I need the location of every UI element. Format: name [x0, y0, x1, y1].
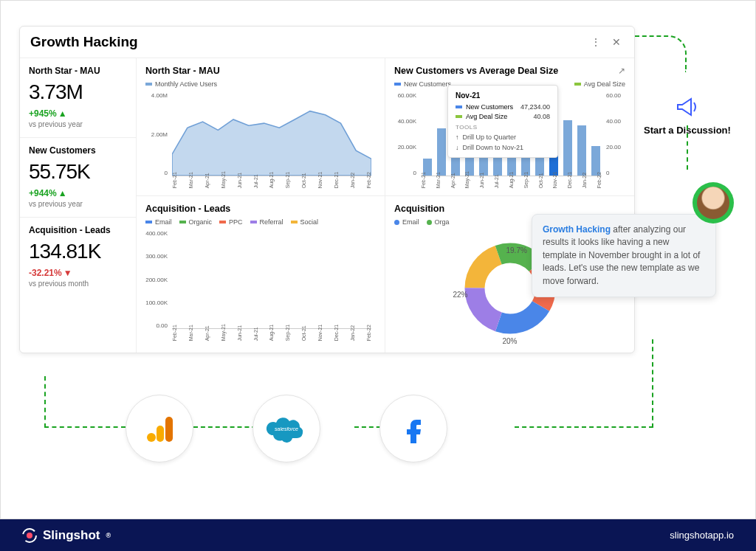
- chart-title: North Star - MAU: [145, 66, 376, 76]
- connector-line: [635, 35, 687, 72]
- chart-title: New Customers vs Average Deal Size: [394, 66, 625, 76]
- metric-new-customers[interactable]: New Customers 55.75K +944%▲ vs previous …: [20, 138, 136, 218]
- metric-leads[interactable]: Acquisition - Leads 134.81K -32.21%▼ vs …: [20, 218, 136, 297]
- chart-legend: EmailOrganicPPCReferralSocial: [145, 218, 376, 226]
- chart-north-star[interactable]: North Star - MAU Monthly Active Users 4.…: [137, 58, 385, 196]
- chart-title: Acquisition - Leads: [145, 204, 376, 214]
- arrow-up-icon: ▲: [58, 108, 67, 119]
- megaphone-icon: [639, 96, 735, 120]
- y-axis: 4.00M 2.00M 0: [145, 92, 171, 176]
- x-axis: Feb-21Mar-21Apr-21May-21Jun-21Jul-21Aug-…: [421, 171, 602, 188]
- svg-rect-6: [157, 426, 164, 442]
- integration-facebook[interactable]: [379, 395, 447, 462]
- donut-label: 22%: [453, 291, 468, 299]
- avatar[interactable]: [693, 182, 734, 223]
- dashboard-title: Growth Hacking: [30, 34, 583, 50]
- footer-url: slingshotapp.io: [670, 530, 734, 541]
- donut-label: 20%: [503, 337, 518, 345]
- legend-label: Monthly Active Users: [155, 80, 217, 88]
- chart-new-customers-deal[interactable]: ↗ New Customers vs Average Deal Size New…: [385, 58, 634, 196]
- chart-body: 400.00K 300.00K 200.00K 100.00K 0.00 Feb…: [145, 229, 376, 339]
- plot-area: [172, 230, 371, 329]
- drill-down-link[interactable]: ↓Drill Down to Nov-21: [456, 144, 550, 151]
- more-icon[interactable]: ⋮: [588, 35, 603, 49]
- arrow-up-icon: ▲: [58, 188, 67, 198]
- metric-sub: vs previous month: [29, 280, 127, 288]
- dashboard-header: Growth Hacking ⋮ ✕: [20, 27, 634, 58]
- y-axis: 400.00K 300.00K 200.00K 100.00K 0.00: [145, 230, 171, 329]
- arrow-down-icon: ▼: [63, 268, 72, 278]
- metric-delta: +944%▲: [29, 188, 127, 198]
- svg-text:salesforce: salesforce: [275, 426, 298, 432]
- dashboard-body: North Star - MAU 3.73M +945%▲ vs previou…: [20, 58, 634, 353]
- metric-title: New Customers: [29, 145, 127, 156]
- bars: [172, 230, 371, 328]
- tooltip-title: Nov-21: [456, 91, 550, 100]
- legend-label: New Customers: [404, 80, 451, 88]
- chart-body: 4.00M 2.00M 0 Feb-21Mar-21Apr-21May-21Ju…: [145, 91, 376, 187]
- donut-label: 19.7%: [506, 246, 527, 254]
- chart-legend: Monthly Active Users: [145, 80, 376, 88]
- y-axis-left: 60.00K 40.00K 20.00K 0: [394, 92, 419, 176]
- connector-line: [687, 125, 688, 170]
- arrow-up-icon: ↑: [456, 134, 459, 141]
- metric-sub: vs previous year: [29, 200, 127, 208]
- brand-name: Slingshot: [43, 528, 100, 543]
- brand: Slingshot®: [22, 528, 111, 543]
- y-axis-right: 60.00 40.00 20.00 0: [603, 92, 625, 176]
- metric-mau[interactable]: North Star - MAU 3.73M +945%▲ vs previou…: [20, 58, 136, 138]
- metric-value: 3.73M: [29, 80, 127, 104]
- plot-area: [172, 92, 371, 176]
- connector-line: [515, 426, 653, 428]
- x-axis: Feb-21Mar-21Apr-21May-21Jun-21Jul-21Aug-…: [172, 324, 371, 341]
- close-icon[interactable]: ✕: [609, 35, 624, 49]
- metric-title: North Star - MAU: [29, 66, 127, 76]
- svg-point-10: [27, 533, 32, 538]
- tooltip-tools-label: TOOLS: [456, 124, 550, 131]
- metric-delta: +945%▲: [29, 108, 127, 119]
- integration-google-analytics[interactable]: [126, 395, 193, 462]
- comment-highlight: Growth Hacking: [543, 224, 611, 235]
- dashboard-panel: Growth Hacking ⋮ ✕ North Star - MAU 3.73…: [19, 26, 635, 353]
- comment-bubble: Growth Hacking after analyzing our resul…: [532, 214, 716, 297]
- tooltip-row: New Customers 47,234.00: [456, 103, 550, 111]
- integrations-row: salesforce: [126, 395, 447, 462]
- chart-acquisition-leads[interactable]: Acquisition - Leads EmailOrganicPPCRefer…: [137, 196, 385, 353]
- integration-salesforce[interactable]: salesforce: [252, 395, 320, 462]
- metric-delta: -32.21%▼: [29, 268, 127, 278]
- svg-rect-7: [165, 417, 173, 442]
- metrics-column: North Star - MAU 3.73M +945%▲ vs previou…: [20, 58, 137, 353]
- x-axis: Feb-21Mar-21Apr-21May-21Jun-21Jul-21Aug-…: [172, 171, 371, 188]
- svg-point-5: [147, 433, 156, 442]
- metric-title: Acquisition - Leads: [29, 225, 127, 235]
- tooltip-row: Avg Deal Size 40.08: [456, 113, 550, 120]
- chart-title: Acquisition: [394, 204, 625, 214]
- metric-value: 55.75K: [29, 160, 127, 184]
- connector-line: [44, 376, 46, 428]
- metric-value: 134.81K: [29, 240, 127, 263]
- charts-column: North Star - MAU Monthly Active Users 4.…: [137, 58, 634, 353]
- brand-icon: [22, 528, 37, 543]
- arrow-down-icon: ↓: [456, 144, 459, 151]
- connector-line: [652, 339, 653, 428]
- chart-body: 60.00K 40.00K 20.00K 0 60.00 40.00 20.00…: [394, 91, 625, 187]
- metric-sub: vs previous year: [29, 120, 127, 128]
- footer: Slingshot® slingshotapp.io: [0, 519, 756, 551]
- chart-tooltip: Nov-21 New Customers 47,234.00 Avg Deal …: [447, 85, 558, 158]
- connector-line: [44, 426, 126, 428]
- drill-up-link[interactable]: ↑Drill Up to Quarter: [456, 134, 550, 141]
- expand-icon[interactable]: ↗: [618, 66, 625, 76]
- legend-label: Avg Deal Size: [584, 80, 625, 88]
